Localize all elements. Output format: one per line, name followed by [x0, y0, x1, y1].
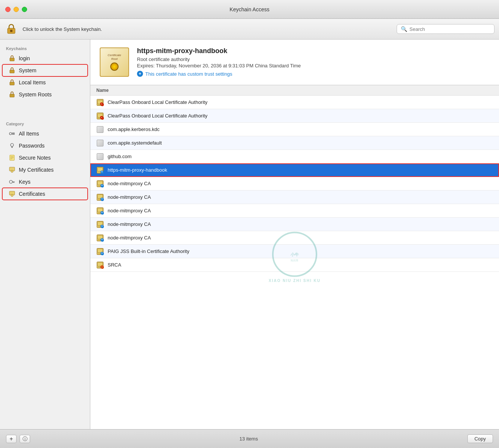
list-item-selected[interactable]: + https-mitm-proxy-handbook: [90, 163, 499, 177]
secure-notes-icon: [8, 154, 16, 162]
sidebar-item-my-certificates-label: My Certificates: [19, 167, 54, 173]
sidebar-item-certificates-label: Certificates: [19, 191, 45, 197]
list-item-name-6: node-mitmproxy CA: [108, 181, 151, 186]
svg-point-18: [11, 170, 13, 172]
list-item[interactable]: github.com: [90, 150, 499, 163]
sidebar-item-certificates[interactable]: Certificates: [2, 188, 88, 200]
search-input[interactable]: [409, 26, 490, 32]
list-item[interactable]: com.apple.systemdefault: [90, 136, 499, 150]
svg-rect-31: [97, 195, 103, 198]
certificates-icon: [8, 190, 16, 198]
sidebar-item-keys-label: Keys: [19, 179, 30, 185]
category-label: Category: [0, 119, 90, 128]
list-item[interactable]: + node-mitmproxy CA: [90, 204, 499, 218]
minimize-button[interactable]: [14, 7, 19, 12]
info-icon: ⓘ: [23, 436, 27, 442]
sidebar-item-login[interactable]: login: [2, 52, 88, 64]
svg-point-19: [9, 180, 12, 183]
trust-plus-icon: +: [137, 71, 143, 77]
list-item-name-9: node-mitmproxy CA: [108, 221, 151, 227]
system-lock-icon: [8, 67, 16, 74]
list-item-name-0: ClearPass Onboard Local Certificate Auth…: [108, 99, 207, 105]
svg-rect-33: [97, 222, 103, 226]
cert-header-icon: Certificate Root: [99, 47, 129, 77]
sidebar: Keychains login System: [0, 40, 90, 429]
add-icon: +: [9, 436, 13, 442]
list-item-name-12: SRCA: [108, 262, 121, 268]
list-item[interactable]: + PAIG JSS Built-in Certificate Authorit…: [90, 245, 499, 258]
cert-trust[interactable]: + This certificate has custom trust sett…: [137, 71, 490, 77]
cert-icon-1: ✕: [96, 112, 104, 120]
list-item[interactable]: ✕ ClearPass Onboard Local Certificate Au…: [90, 109, 499, 123]
maximize-button[interactable]: [22, 7, 27, 12]
sidebar-item-system-label: System: [19, 67, 37, 73]
list-item-name-11: PAIG JSS Built-in Certificate Authority: [108, 248, 189, 254]
cert-icon-8: +: [96, 207, 104, 215]
cert-icon-label1: Certificate: [108, 53, 121, 57]
sidebar-item-my-certificates[interactable]: My Certificates: [2, 164, 88, 176]
list-item[interactable]: com.apple.kerberos.kdc: [90, 123, 499, 136]
list-item-name-5: https-mitm-proxy-handbook: [108, 167, 167, 173]
cert-type: Root certificate authority: [137, 56, 490, 62]
svg-rect-35: [97, 249, 103, 253]
my-certificates-icon: [8, 166, 16, 174]
cert-info: https-mitm-proxy-handbook Root certifica…: [137, 47, 490, 77]
bottom-bar: + ⓘ 13 items Copy: [0, 429, 499, 448]
list-item-name-1: ClearPass Onboard Local Certificate Auth…: [108, 113, 207, 119]
sidebar-item-passwords[interactable]: Passwords: [2, 140, 88, 152]
sidebar-item-passwords-label: Passwords: [19, 143, 44, 149]
svg-point-6: [9, 133, 12, 135]
svg-rect-29: [97, 168, 103, 171]
list-header: Name: [90, 85, 499, 96]
item-count: 13 items: [33, 436, 464, 442]
search-icon: 🔍: [401, 26, 407, 32]
system-roots-lock-icon: [8, 91, 16, 98]
sidebar-item-keys[interactable]: Keys: [2, 176, 88, 188]
main-content: Keychains login System: [0, 40, 499, 429]
local-items-lock-icon: [8, 79, 16, 86]
cert-icon-5: +: [96, 166, 104, 174]
search-box[interactable]: 🔍: [397, 24, 494, 34]
cert-icon-11: +: [96, 248, 104, 255]
toolbar: Click to unlock the System keychain. 🔍: [0, 19, 499, 40]
add-button[interactable]: +: [6, 435, 17, 443]
list-item[interactable]: ✕ SRCA: [90, 258, 499, 272]
list-item[interactable]: ✕ ClearPass Onboard Local Certificate Au…: [90, 96, 499, 109]
sidebar-item-all-items[interactable]: All Items: [2, 128, 88, 140]
sidebar-item-local-items-label: Local Items: [19, 79, 46, 85]
list-item[interactable]: + node-mitmproxy CA: [90, 231, 499, 245]
cert-icon-0: ✕: [96, 99, 104, 106]
sidebar-item-local-items[interactable]: Local Items: [2, 76, 88, 88]
cert-icon-9: +: [96, 221, 104, 228]
svg-rect-30: [97, 181, 103, 185]
svg-rect-2: [10, 58, 14, 61]
copy-button[interactable]: Copy: [467, 434, 493, 443]
cert-icon-2: [96, 126, 104, 133]
login-lock-icon: [8, 55, 16, 62]
svg-rect-3: [10, 70, 14, 73]
window-title: Keychain Access: [230, 6, 269, 12]
traffic-lights: [5, 7, 27, 12]
keychains-label: Keychains: [0, 43, 90, 52]
svg-rect-1: [10, 30, 12, 32]
cert-medal: [110, 62, 119, 71]
sidebar-item-system[interactable]: System: [2, 64, 88, 76]
sidebar-item-login-label: login: [19, 55, 30, 61]
list-item[interactable]: + node-mitmproxy CA: [90, 177, 499, 190]
unlock-message[interactable]: Click to unlock the System keychain.: [23, 26, 392, 32]
titlebar: Keychain Access: [0, 0, 499, 19]
cert-icon-6: +: [96, 180, 104, 187]
svg-rect-32: [97, 208, 103, 212]
cert-icon-7: +: [96, 194, 104, 201]
list-item-name-3: com.apple.systemdefault: [108, 140, 162, 146]
sidebar-item-all-items-label: All Items: [19, 131, 39, 137]
sidebar-item-secure-notes[interactable]: Secure Notes: [2, 152, 88, 164]
sidebar-item-system-roots[interactable]: System Roots: [2, 88, 88, 101]
list-item[interactable]: + node-mitmproxy CA: [90, 190, 499, 204]
close-button[interactable]: [5, 7, 11, 12]
svg-rect-36: [97, 262, 103, 266]
info-button[interactable]: ⓘ: [20, 435, 30, 443]
list-item[interactable]: + node-mitmproxy CA: [90, 218, 499, 231]
cert-header: Certificate Root https-mitm-proxy-handbo…: [90, 40, 499, 85]
cert-icon-12: ✕: [96, 261, 104, 269]
